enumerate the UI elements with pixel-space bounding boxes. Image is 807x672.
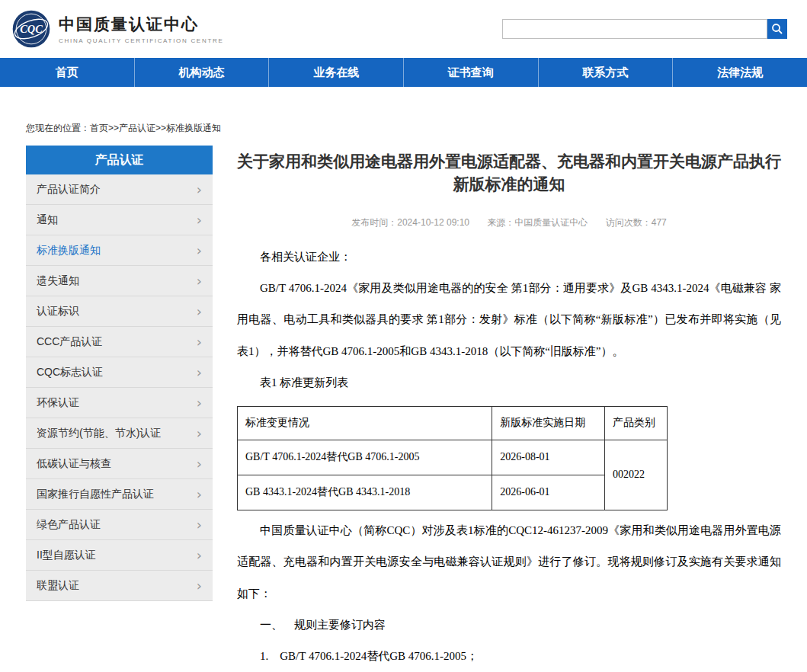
nav-item-online-business[interactable]: 业务在线 xyxy=(268,58,403,87)
sidebar-title: 产品认证 xyxy=(26,146,213,174)
nav-item-home[interactable]: 首页 xyxy=(0,58,134,87)
article-meta: 发布时间：2024-10-12 09:10 来源：中国质量认证中心 访问次数：4… xyxy=(237,216,781,229)
cell-date: 2026-08-01 xyxy=(492,440,605,475)
sidebar-item[interactable]: 低碳认证与核查› xyxy=(26,449,213,479)
sidebar-item-label: 认证标识 xyxy=(37,305,79,318)
list-item-1: 1. GB/T 4706.1-2024替代GB 4706.1-2005； xyxy=(237,641,781,672)
svg-text:CQC: CQC xyxy=(20,23,43,35)
breadcrumb-product-cert[interactable]: 产品认证 xyxy=(119,123,155,133)
chevron-right-icon: › xyxy=(197,305,202,318)
col-header-date: 新版标准实施日期 xyxy=(492,407,605,440)
visit-count-value: 477 xyxy=(652,217,667,228)
sidebar-item[interactable]: 环保认证› xyxy=(26,388,213,418)
standards-update-table: 标准变更情况 新版标准实施日期 产品类别 GB/T 4706.1-2024替代G… xyxy=(237,406,668,510)
sidebar-item[interactable]: 遗失通知› xyxy=(26,266,213,296)
sidebar-item[interactable]: 资源节约(节能、节水)认证› xyxy=(26,418,213,449)
sidebar-item-label: CCC产品认证 xyxy=(37,335,102,349)
sidebar: 产品认证 产品认证简介› 通知› 标准换版通知› 遗失通知› 认证标识› CCC xyxy=(26,146,213,601)
table-caption: 表1 标准更新列表 xyxy=(237,367,781,398)
sidebar-item[interactable]: 认证标识› xyxy=(26,296,213,327)
source-value: 中国质量认证中心 xyxy=(514,217,588,228)
salutation: 各相关认证企业： xyxy=(237,242,781,273)
cell-category: 002022 xyxy=(605,440,668,510)
sidebar-item-label: 遗失通知 xyxy=(37,274,79,288)
search-icon xyxy=(771,23,783,35)
publish-time: 发布时间：2024-10-12 09:10 xyxy=(351,217,469,228)
search-input[interactable] xyxy=(502,19,767,39)
chevron-right-icon: › xyxy=(197,518,202,532)
chevron-right-icon: › xyxy=(197,488,202,501)
chevron-right-icon: › xyxy=(197,396,202,410)
site-subtitle: CHINA QUALITY CERTIFICATION CENTRE xyxy=(59,37,224,44)
sidebar-item-label: 国家推行自愿性产品认证 xyxy=(37,488,154,501)
breadcrumb: 您现在的位置：首页>>产品认证>>标准换版通知 xyxy=(26,122,781,135)
sidebar-item[interactable]: CCC产品认证› xyxy=(26,327,213,357)
chevron-right-icon: › xyxy=(197,244,202,258)
sidebar-item[interactable]: 通知› xyxy=(26,205,213,235)
sidebar-item-label: II型自愿认证 xyxy=(37,549,96,562)
publish-time-label: 发布时间： xyxy=(351,217,397,228)
sidebar-item-label: 通知 xyxy=(37,213,58,227)
chevron-right-icon: › xyxy=(197,274,202,288)
nav-item-certificate-query[interactable]: 证书查询 xyxy=(403,58,538,87)
content-area: 您现在的位置：首页>>产品认证>>标准换版通知 产品认证 产品认证简介› 通知›… xyxy=(0,122,807,672)
sidebar-item[interactable]: 联盟认证› xyxy=(26,571,213,601)
chevron-right-icon: › xyxy=(197,549,202,562)
chevron-right-icon: › xyxy=(197,366,202,379)
site-name: 中国质量认证中心 xyxy=(59,14,224,35)
paragraph-1: GB/T 4706.1-2024《家用及类似用途电器的的安全 第1部分：通用要求… xyxy=(237,273,781,367)
nav-item-laws[interactable]: 法律法规 xyxy=(672,58,807,87)
sidebar-item-label: 环保认证 xyxy=(37,396,79,410)
sidebar-item[interactable]: 绿色产品认证› xyxy=(26,510,213,540)
columns: 产品认证 产品认证简介› 通知› 标准换版通知› 遗失通知› 认证标识› CCC xyxy=(26,146,781,672)
table-row: GB 4343.1-2024替代GB 4343.1-2018 2026-06-0… xyxy=(238,475,668,510)
cell-change: GB 4343.1-2024替代GB 4343.1-2018 xyxy=(238,475,492,510)
paragraph-2: 中国质量认证中心（简称CQC）对涉及表1标准的CQC12-461237-2009… xyxy=(237,515,781,610)
nav-item-contact[interactable]: 联系方式 xyxy=(538,58,673,87)
sidebar-item-active[interactable]: 标准换版通知› xyxy=(26,235,213,266)
chevron-right-icon: › xyxy=(197,427,202,440)
article: 关于家用和类似用途电器用外置电源适配器、充电器和内置开关电源产品执行新版标准的通… xyxy=(237,146,781,672)
breadcrumb-label: 您现在的位置： xyxy=(26,123,90,133)
chevron-right-icon: › xyxy=(197,183,202,197)
breadcrumb-current[interactable]: 标准换版通知 xyxy=(166,123,221,133)
breadcrumb-separator: >> xyxy=(155,123,166,133)
sidebar-item-label: 低碳认证与核查 xyxy=(37,457,111,471)
sidebar-item-label: 绿色产品认证 xyxy=(37,518,101,532)
source-label: 来源： xyxy=(487,217,514,228)
search-button[interactable] xyxy=(767,19,787,39)
chevron-right-icon: › xyxy=(197,213,202,227)
main-nav: 首页 机构动态 业务在线 证书查询 联系方式 法律法规 xyxy=(0,58,807,87)
cell-date: 2026-06-01 xyxy=(492,475,605,510)
cqc-logo[interactable]: CQC xyxy=(11,8,52,50)
publish-time-value: 2024-10-12 09:10 xyxy=(397,217,469,228)
page: CQC 中国质量认证中心 CHINA QUALITY CERTIFICATION… xyxy=(0,0,807,672)
sidebar-item-label: 产品认证简介 xyxy=(37,183,101,197)
cqc-logo-icon: CQC xyxy=(11,8,52,50)
sidebar-item-label: CQC标志认证 xyxy=(37,366,103,379)
site-header: CQC 中国质量认证中心 CHINA QUALITY CERTIFICATION… xyxy=(0,0,807,58)
article-title: 关于家用和类似用途电器用外置电源适配器、充电器和内置开关电源产品执行新版标准的通… xyxy=(237,150,781,197)
sidebar-item[interactable]: CQC标志认证› xyxy=(26,357,213,388)
visit-count-label: 访问次数： xyxy=(606,217,652,228)
search-bar xyxy=(502,19,787,39)
chevron-right-icon: › xyxy=(197,335,202,349)
article-body: 各相关认证企业： GB/T 4706.1-2024《家用及类似用途电器的的安全 … xyxy=(237,242,781,672)
sidebar-item-label: 资源节约(节能、节水)认证 xyxy=(37,427,161,440)
site-title-block: 中国质量认证中心 CHINA QUALITY CERTIFICATION CEN… xyxy=(59,14,224,44)
chevron-right-icon: › xyxy=(197,457,202,471)
col-header-category: 产品类别 xyxy=(605,407,668,440)
sidebar-item-label: 联盟认证 xyxy=(37,579,79,593)
breadcrumb-separator: >> xyxy=(108,123,119,133)
nav-item-news[interactable]: 机构动态 xyxy=(134,58,269,87)
sidebar-item[interactable]: 国家推行自愿性产品认证› xyxy=(26,479,213,510)
visit-count: 访问次数：477 xyxy=(606,217,667,228)
breadcrumb-home[interactable]: 首页 xyxy=(90,123,108,133)
table-row: GB/T 4706.1-2024替代GB 4706.1-2005 2026-08… xyxy=(238,440,668,475)
sidebar-item[interactable]: II型自愿认证› xyxy=(26,540,213,571)
cell-change: GB/T 4706.1-2024替代GB 4706.1-2005 xyxy=(238,440,492,475)
table-header-row: 标准变更情况 新版标准实施日期 产品类别 xyxy=(238,407,668,440)
source: 来源：中国质量认证中心 xyxy=(487,217,588,228)
col-header-change: 标准变更情况 xyxy=(238,407,492,440)
sidebar-item[interactable]: 产品认证简介› xyxy=(26,174,213,205)
